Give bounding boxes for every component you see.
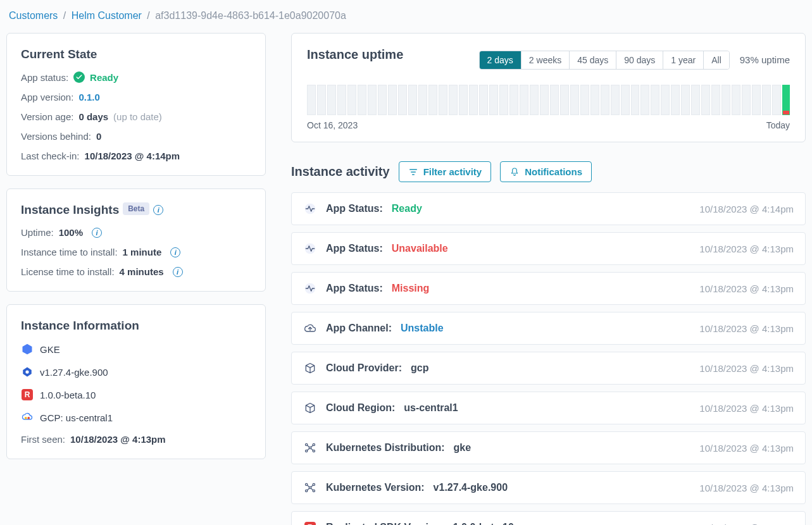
notifications-button[interactable]: Notifications <box>500 161 592 182</box>
activity-label: Cloud Provider: <box>326 362 402 374</box>
app-status-label: App status: <box>21 72 68 83</box>
svg-point-3 <box>25 417 27 419</box>
last-checkin-value: 10/18/2023 @ 4:14pm <box>85 151 180 161</box>
uptime-range-2-days[interactable]: 2 days <box>480 51 522 69</box>
cloud-upload-icon <box>303 321 317 335</box>
activity-row[interactable]: App Channel:Unstable10/18/2023 @ 4:13pm <box>291 312 806 345</box>
uptime-bar-empty <box>388 85 397 115</box>
uptime-range-2-weeks[interactable]: 2 weeks <box>522 51 570 69</box>
app-version-value[interactable]: 0.1.0 <box>78 92 99 102</box>
uptime-bar-empty <box>681 85 690 115</box>
uptime-bar-empty <box>307 85 316 115</box>
gcp-icon <box>21 411 34 424</box>
activity-list: App Status:Ready10/18/2023 @ 4:14pmApp S… <box>291 192 806 525</box>
uptime-bar-empty <box>347 85 356 115</box>
uptime-bar-empty <box>721 85 730 115</box>
replicated-icon: R <box>21 388 34 401</box>
uptime-bar-empty <box>428 85 437 115</box>
uptime-bar-empty <box>550 85 559 115</box>
activity-value: Missing <box>392 283 430 294</box>
uptime-bar-empty <box>772 85 781 115</box>
activity-row[interactable]: App Status:Ready10/18/2023 @ 4:14pm <box>291 192 806 225</box>
version-age-value: 0 days <box>78 111 108 122</box>
activity-label: App Channel: <box>326 323 392 334</box>
uptime-bar-empty <box>459 85 468 115</box>
info-icon[interactable]: i <box>92 228 102 238</box>
activity-label: Replicated SDK Version: <box>326 522 444 525</box>
activity-timestamp: 10/18/2023 @ 4:13pm <box>699 403 794 414</box>
kubernetes-icon <box>21 366 34 378</box>
activity-row[interactable]: App Status:Missing10/18/2023 @ 4:13pm <box>291 272 806 305</box>
box-icon <box>303 361 317 375</box>
uptime-bar-empty <box>560 85 569 115</box>
uptime-bar-empty <box>762 85 771 115</box>
uptime-start-date: Oct 16, 2023 <box>307 120 358 130</box>
activity-row[interactable]: RReplicated SDK Version:1.0.0-beta.1010/… <box>291 511 806 525</box>
license-time-value: 4 minutes <box>120 266 164 277</box>
uptime-bar-empty <box>580 85 589 115</box>
activity-timestamp: 10/18/2023 @ 4:13pm <box>699 244 794 254</box>
version-age-label: Version age: <box>21 111 73 122</box>
activity-value: gcp <box>411 362 428 374</box>
info-icon[interactable]: i <box>170 247 180 257</box>
uptime-bar-empty <box>661 85 670 115</box>
uptime-range-1-year[interactable]: 1 year <box>663 51 704 69</box>
uptime-bar-empty <box>358 85 366 115</box>
svg-point-4 <box>27 417 30 419</box>
pulse-icon <box>303 202 317 216</box>
uptime-bar-empty <box>621 85 630 115</box>
uptime-bar-empty <box>631 85 640 115</box>
install-time-label: Instance time to install: <box>21 247 118 257</box>
uptime-chart <box>307 85 790 115</box>
uptime-range-control: 2 days2 weeks45 days90 days1 yearAll <box>479 51 730 70</box>
uptime-range-45-days[interactable]: 45 days <box>570 51 616 69</box>
uptime-percentage: 93% uptime <box>740 54 790 65</box>
activity-row[interactable]: Kubernetes Distribution:gke10/18/2023 @ … <box>291 431 806 464</box>
breadcrumb-customers[interactable]: Customers <box>9 10 58 21</box>
activity-value: Unstable <box>401 323 444 334</box>
gke-distro: GKE <box>40 344 60 355</box>
sdk-version: 1.0.0-beta.10 <box>40 390 96 400</box>
versions-behind-label: Versions behind: <box>21 131 91 142</box>
activity-timestamp: 10/18/2023 @ 4:13pm <box>699 363 794 374</box>
breadcrumb: Customers / Helm Customer / af3d1139-9d4… <box>6 6 806 33</box>
uptime-bar-partial <box>782 85 790 115</box>
uptime-bar-empty <box>691 85 700 115</box>
info-icon[interactable]: i <box>153 205 163 215</box>
breadcrumb-instance-id: af3d1139-9d4e-4863-b614-1e0a9020070a <box>155 10 346 21</box>
uptime-bar-empty <box>742 85 751 115</box>
uptime-bar-empty <box>378 85 387 115</box>
current-state-card: Current State App status: Ready App vers… <box>6 33 266 176</box>
activity-row[interactable]: Cloud Region:us-central110/18/2023 @ 4:1… <box>291 392 806 424</box>
activity-timestamp: 10/18/2023 @ 4:13pm <box>699 323 794 334</box>
uptime-bar-empty <box>640 85 649 115</box>
uptime-bar-empty <box>337 85 346 115</box>
uptime-range-90-days[interactable]: 90 days <box>616 51 663 69</box>
info-icon[interactable]: i <box>173 267 183 277</box>
uptime-range-all[interactable]: All <box>704 51 729 69</box>
activity-label: Cloud Region: <box>326 402 395 414</box>
filter-activity-button[interactable]: Filter activity <box>399 161 492 182</box>
activity-timestamp: 10/18/2023 @ 4:13pm <box>699 443 794 454</box>
activity-title: Instance activity <box>291 164 390 179</box>
activity-value: 1.0.0-beta.10 <box>453 522 514 525</box>
uptime-bar-empty <box>601 85 609 115</box>
uptime-bar-empty <box>701 85 710 115</box>
svg-point-2 <box>25 370 28 373</box>
activity-row[interactable]: Kubernetes Version:v1.27.4-gke.90010/18/… <box>291 471 806 504</box>
app-status-value: Ready <box>90 72 118 83</box>
uptime-bar-empty <box>520 85 528 115</box>
pulse-icon <box>303 281 317 295</box>
replicated-icon: R <box>303 521 317 525</box>
activity-row[interactable]: Cloud Provider:gcp10/18/2023 @ 4:13pm <box>291 352 806 385</box>
notifications-label: Notifications <box>525 166 582 177</box>
breadcrumb-customer[interactable]: Helm Customer <box>72 10 142 21</box>
activity-row[interactable]: App Status:Unavailable10/18/2023 @ 4:13p… <box>291 232 806 265</box>
activity-value: Unavailable <box>392 243 448 254</box>
activity-value: Ready <box>392 203 422 214</box>
nodes-icon <box>303 481 317 495</box>
license-time-label: License time to install: <box>21 266 115 277</box>
svg-marker-0 <box>23 344 32 355</box>
uptime-bar-empty <box>651 85 659 115</box>
uptime-bar-empty <box>317 85 326 115</box>
